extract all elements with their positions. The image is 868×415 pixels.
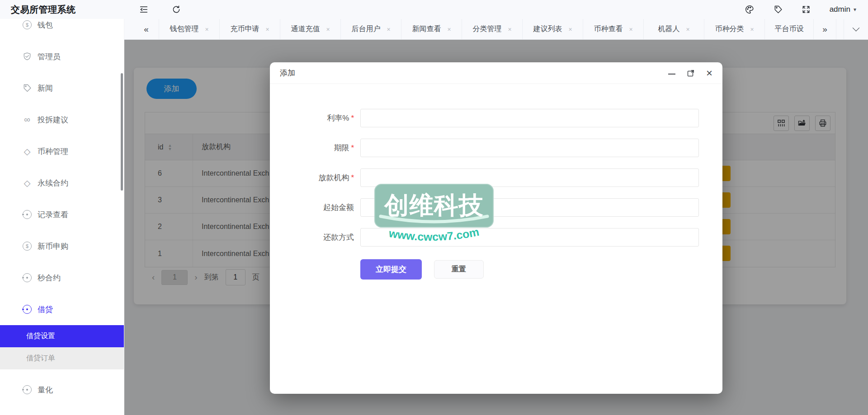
sidebar-item-loan-orders[interactable]: 借贷订单: [0, 347, 124, 369]
close-icon[interactable]: ×: [750, 26, 754, 33]
header-right-cluster: admin ▾: [745, 0, 856, 19]
sidebar: 钱包 管理员 新闻 投拆建议 币种管理 永续合约 记录查看: [0, 19, 124, 415]
tabs-scroll-right-icon[interactable]: »: [814, 19, 836, 39]
dialog-header: 添加 ×: [270, 62, 722, 84]
diamond-icon: [23, 147, 32, 156]
required-mark: *: [351, 114, 354, 122]
app-title: 交易所管理系统: [11, 0, 76, 19]
tab-channel-recharge[interactable]: 通道充值 ×: [280, 19, 341, 39]
tab-bar: « 钱包管理 × 充币申请 × 通道充值 × 后台用户 × 新闻查看 × 分类管…: [124, 19, 868, 40]
institution-field: 放款机构*: [270, 168, 722, 187]
rate-field: 利率%*: [270, 109, 722, 127]
diamond-icon: [23, 178, 32, 187]
tag-icon[interactable]: [774, 0, 783, 19]
sidebar-item-loan-settings[interactable]: 借贷设置: [0, 325, 124, 347]
app-window: 交易所管理系统 admin ▾ « 钱包管理: [0, 0, 868, 415]
sidebar-item-records[interactable]: 记录查看: [0, 199, 124, 230]
sidebar-item-coin-mgmt[interactable]: 币种管理: [0, 135, 124, 167]
institution-input[interactable]: [360, 168, 699, 187]
compass-icon: [23, 273, 32, 282]
rate-label: 利率%: [327, 114, 349, 122]
add-dialog: 添加 × 利率%* 期限* 放款机构* 起: [270, 62, 722, 394]
chevron-down-icon: [853, 24, 860, 32]
sidebar-item-quant[interactable]: 量化: [0, 374, 124, 406]
username: admin: [830, 5, 850, 14]
tab-wallet-mgmt[interactable]: 钱包管理 ×: [159, 19, 220, 39]
sidebar-item-loan[interactable]: 借贷: [0, 294, 124, 325]
sidebar-item-new-coin[interactable]: 新币申购: [0, 230, 124, 262]
close-icon[interactable]: ×: [265, 26, 269, 33]
sidebar-scrollbar[interactable]: [121, 73, 123, 191]
dialog-controls: ×: [668, 70, 712, 77]
close-icon[interactable]: ×: [686, 26, 689, 33]
sidebar-item-wallet[interactable]: 钱包: [0, 19, 124, 41]
chevron-down-icon: ▾: [854, 6, 856, 13]
user-menu[interactable]: admin ▾: [830, 5, 856, 14]
term-field: 期限*: [270, 139, 722, 157]
close-icon[interactable]: ×: [326, 26, 330, 33]
sidebar-item-admin[interactable]: 管理员: [0, 41, 124, 72]
repayment-field: 还款方式: [270, 228, 722, 247]
tab-robot[interactable]: 机器人 ×: [644, 19, 704, 39]
start-amount-input[interactable]: [360, 198, 699, 217]
tab-news-view[interactable]: 新闻查看 ×: [401, 19, 462, 39]
compass-icon: [23, 210, 32, 219]
tabs-scroll-left-icon[interactable]: «: [134, 19, 159, 39]
term-input[interactable]: [360, 139, 699, 157]
institution-label: 放款机构: [318, 173, 349, 182]
required-mark: *: [351, 173, 354, 182]
repayment-label: 还款方式: [270, 232, 354, 242]
infinity-icon: [23, 115, 32, 124]
sidebar-item-news[interactable]: 新闻: [0, 72, 124, 104]
tab-admin-users[interactable]: 后台用户 ×: [341, 19, 401, 39]
submit-button[interactable]: 立即提交: [360, 259, 422, 280]
maximize-icon[interactable]: [687, 70, 694, 77]
close-icon[interactable]: ×: [508, 26, 511, 33]
required-mark: *: [351, 144, 354, 152]
dialog-actions: 立即提交 重置: [360, 259, 722, 280]
tab-category-mgmt[interactable]: 分类管理 ×: [462, 19, 523, 39]
compass-icon: [23, 385, 32, 394]
loan-submenu: 借贷设置 借贷订单: [0, 325, 124, 369]
coin-icon: [23, 20, 32, 29]
palette-icon[interactable]: [745, 0, 755, 19]
coin-icon: [23, 242, 32, 251]
minimize-icon[interactable]: [668, 72, 675, 75]
sidebar-item-second-contract[interactable]: 秒合约: [0, 262, 124, 294]
start-amount-label: 起始金额: [270, 202, 354, 213]
shield-check-icon: [23, 52, 32, 61]
compass-icon: [23, 305, 32, 314]
close-icon[interactable]: ×: [568, 26, 572, 33]
repayment-input[interactable]: [360, 228, 699, 247]
tab-suggestions[interactable]: 建议列表 ×: [523, 19, 583, 39]
top-header: 交易所管理系统 admin ▾: [0, 0, 868, 19]
start-amount-field: 起始金额: [270, 198, 722, 217]
tab-platform-coin[interactable]: 平台币设: [765, 19, 814, 39]
close-icon[interactable]: ×: [387, 26, 390, 33]
refresh-icon[interactable]: [168, 0, 184, 19]
menu-fold-icon[interactable]: [136, 0, 152, 19]
rate-input[interactable]: [360, 109, 699, 127]
sidebar-item-feedback[interactable]: 投拆建议: [0, 104, 124, 135]
close-icon[interactable]: ×: [447, 26, 451, 33]
sidebar-item-perpetual[interactable]: 永续合约: [0, 167, 124, 199]
close-icon[interactable]: ×: [205, 26, 208, 33]
dialog-form: 利率%* 期限* 放款机构* 起始金额 还款方式 立即提交 重置: [270, 84, 722, 280]
tab-deposit-request[interactable]: 充币申请 ×: [220, 19, 280, 39]
tabs-menu-icon[interactable]: [844, 19, 868, 39]
reset-button[interactable]: 重置: [434, 260, 484, 279]
close-icon[interactable]: ×: [629, 26, 632, 33]
dialog-title: 添加: [280, 68, 295, 78]
tab-coin-view[interactable]: 币种查看 ×: [583, 19, 644, 39]
tab-coin-category[interactable]: 币种分类 ×: [704, 19, 765, 39]
fullscreen-icon[interactable]: [802, 0, 811, 19]
term-label: 期限: [334, 144, 349, 152]
close-icon[interactable]: ×: [706, 70, 712, 77]
tag-icon: [23, 84, 32, 93]
